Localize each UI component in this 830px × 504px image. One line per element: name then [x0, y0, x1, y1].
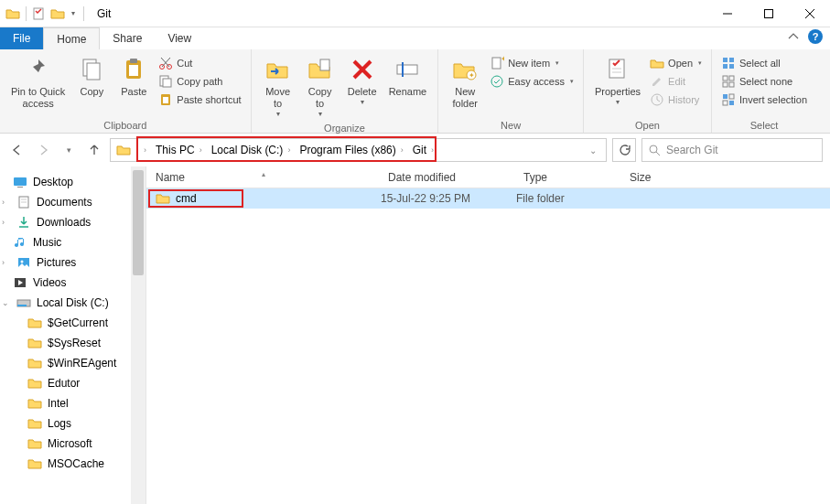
- tree-pictures[interactable]: › Pictures: [0, 252, 146, 273]
- address-dropdown[interactable]: ⌄: [582, 145, 604, 155]
- search-input[interactable]: Search Git: [641, 138, 823, 162]
- tree-subfolder[interactable]: $WinREAgent: [0, 353, 146, 373]
- crumb-sep-root[interactable]: ›: [135, 145, 151, 155]
- tree-music[interactable]: Music: [0, 232, 146, 252]
- qat-properties-icon[interactable]: [32, 6, 47, 21]
- svg-rect-21: [397, 65, 417, 74]
- chevron-down-icon: ▾: [616, 98, 620, 107]
- maximize-button[interactable]: [748, 0, 789, 27]
- crumb-thispc[interactable]: This PC›: [151, 144, 207, 156]
- tab-file[interactable]: File: [0, 27, 43, 49]
- history-button[interactable]: History: [648, 91, 704, 108]
- invert-selection-button[interactable]: Invert selection: [719, 91, 809, 108]
- copy-path-button[interactable]: Copy path: [156, 73, 243, 90]
- tab-share[interactable]: Share: [100, 27, 155, 49]
- pictures-icon: [16, 255, 31, 270]
- chevron-right-icon[interactable]: ›: [2, 218, 11, 227]
- new-item-button[interactable]: ✦ New item ▾: [488, 55, 576, 71]
- minimize-button[interactable]: [706, 0, 748, 27]
- qat-dropdown-icon[interactable]: ▾: [69, 9, 78, 17]
- chevron-down-icon: ▾: [276, 110, 280, 119]
- svg-text:✦: ✦: [501, 56, 504, 63]
- tree-subfolder[interactable]: $GetCurrent: [0, 313, 146, 333]
- pin-quick-access-button[interactable]: Pin to Quick access: [7, 53, 69, 112]
- open-icon: [650, 56, 664, 70]
- tree-scrollbar[interactable]: [131, 166, 146, 504]
- tree-subfolder[interactable]: $SysReset: [0, 333, 146, 353]
- collapse-ribbon-icon[interactable]: [788, 31, 799, 42]
- rename-button[interactable]: Rename: [385, 53, 431, 100]
- edit-button[interactable]: Edit: [648, 73, 704, 90]
- folder-icon: [27, 376, 42, 391]
- back-button[interactable]: [7, 140, 27, 160]
- tree-downloads[interactable]: › Downloads: [0, 212, 146, 232]
- download-icon: [16, 215, 31, 230]
- qat-folder-icon[interactable]: [5, 6, 20, 21]
- tab-home[interactable]: Home: [43, 27, 100, 49]
- address-bar[interactable]: › This PC› Local Disk (C:)› Program File…: [110, 138, 607, 162]
- svg-rect-41: [729, 94, 734, 99]
- copy-button[interactable]: Copy: [72, 53, 111, 100]
- folder-icon: [27, 336, 42, 350]
- tree-subfolder[interactable]: Logs: [0, 413, 146, 434]
- videos-icon: [13, 275, 27, 290]
- tree-subfolder[interactable]: Edutor: [0, 373, 146, 393]
- crumb-programfiles[interactable]: Program Files (x86)›: [295, 144, 407, 156]
- group-select: Select all Select none Invert selection …: [712, 49, 816, 133]
- open-button[interactable]: Open ▾: [648, 55, 704, 71]
- svg-rect-40: [723, 94, 728, 99]
- select-all-button[interactable]: Select all: [719, 55, 809, 71]
- tree-videos[interactable]: Videos: [0, 273, 146, 293]
- history-icon: [650, 92, 664, 107]
- new-folder-button[interactable]: ✦ New folder: [446, 53, 484, 112]
- crumb-git[interactable]: Git›: [408, 144, 438, 156]
- tree-subfolder[interactable]: Intel: [0, 393, 146, 413]
- delete-button[interactable]: Delete ▾: [343, 53, 382, 109]
- chevron-right-icon[interactable]: ›: [2, 258, 11, 267]
- close-button[interactable]: [789, 0, 830, 27]
- tree-localdisk[interactable]: ⌄ Local Disk (C:): [0, 293, 146, 313]
- header-type[interactable]: Type: [516, 171, 622, 184]
- chevron-right-icon[interactable]: ›: [2, 198, 11, 207]
- navigation-tree[interactable]: Desktop › Documents › Downloads Music › …: [0, 166, 146, 504]
- cut-icon: [158, 56, 173, 70]
- folder-icon: [27, 456, 42, 471]
- tab-view[interactable]: View: [155, 27, 204, 49]
- file-row[interactable]: cmd 15-Jul-22 9:25 PM File folder: [146, 188, 830, 209]
- easy-access-button[interactable]: Easy access ▾: [488, 73, 576, 90]
- svg-rect-15: [163, 79, 171, 87]
- tree-subfolder[interactable]: Microsoft: [0, 434, 146, 454]
- header-size[interactable]: Size: [622, 171, 695, 184]
- paste-button[interactable]: Paste: [114, 53, 153, 100]
- help-icon[interactable]: ?: [808, 29, 823, 44]
- scrollbar-thumb[interactable]: [133, 170, 144, 275]
- select-none-button[interactable]: Select none: [719, 73, 809, 90]
- paste-shortcut-button[interactable]: Paste shortcut: [156, 91, 243, 108]
- move-to-button[interactable]: Move to ▾: [259, 53, 297, 121]
- crumb-localdisk[interactable]: Local Disk (C:)›: [207, 144, 296, 156]
- copy-to-button[interactable]: Copy to ▾: [301, 53, 340, 121]
- forward-button[interactable]: [33, 140, 53, 160]
- svg-point-27: [491, 76, 502, 87]
- qat-newfolder-icon[interactable]: [50, 6, 65, 21]
- svg-point-44: [650, 145, 657, 153]
- cut-button[interactable]: Cut: [156, 55, 243, 71]
- new-item-icon: ✦: [490, 56, 504, 70]
- chevron-down-icon[interactable]: ⌄: [2, 298, 11, 307]
- header-name[interactable]: Name ▴: [146, 171, 381, 184]
- recent-dropdown[interactable]: ▾: [59, 140, 79, 160]
- up-button[interactable]: [84, 140, 104, 160]
- svg-rect-47: [17, 187, 23, 188]
- tree-documents[interactable]: › Documents: [0, 192, 146, 212]
- group-new: ✦ New folder ✦ New item ▾ Easy access: [438, 49, 584, 133]
- invert-selection-icon: [721, 92, 736, 107]
- svg-line-13: [161, 58, 169, 67]
- header-date[interactable]: Date modified: [381, 171, 516, 184]
- column-headers: Name ▴ Date modified Type Size: [146, 166, 830, 188]
- tree-subfolder[interactable]: MSOCache: [0, 454, 146, 474]
- tree-desktop[interactable]: Desktop: [0, 172, 146, 192]
- refresh-button[interactable]: [612, 138, 636, 162]
- easy-access-icon: [490, 74, 504, 89]
- move-to-icon: [264, 55, 293, 84]
- properties-button[interactable]: Properties ▾: [591, 53, 644, 109]
